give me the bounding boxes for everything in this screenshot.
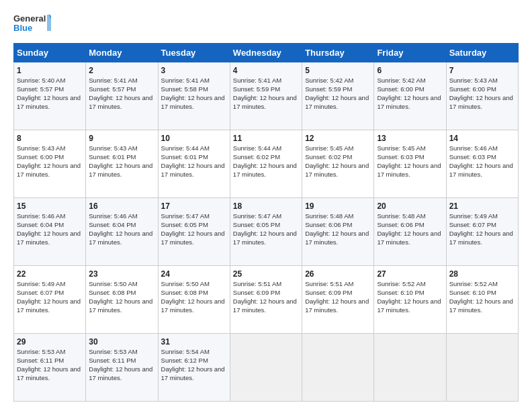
daylight: Daylight: 12 hours and 17 minutes. bbox=[161, 298, 225, 314]
sunrise: Sunrise: 5:48 AM bbox=[377, 212, 425, 220]
sunrise: Sunrise: 5:54 AM bbox=[161, 348, 210, 355]
day-number: 25 bbox=[233, 269, 299, 279]
calendar-cell: 3Sunrise: 5:41 AMSunset: 5:58 PMDaylight… bbox=[158, 62, 230, 130]
day-number: 10 bbox=[161, 133, 227, 144]
sunset: Sunset: 6:07 PM bbox=[449, 221, 496, 228]
sunrise: Sunrise: 5:41 AM bbox=[233, 77, 281, 84]
sunrise: Sunrise: 5:43 AM bbox=[449, 77, 498, 84]
day-number: 27 bbox=[377, 269, 443, 279]
sunset: Sunset: 5:59 PM bbox=[233, 85, 280, 93]
daylight: Daylight: 12 hours and 17 minutes. bbox=[161, 162, 225, 178]
calendar-cell: 30Sunrise: 5:53 AMSunset: 6:11 PMDayligh… bbox=[86, 334, 158, 402]
daylight: Daylight: 12 hours and 17 minutes. bbox=[233, 230, 297, 246]
calendar-cell: 7Sunrise: 5:43 AMSunset: 6:00 PMDaylight… bbox=[446, 62, 518, 130]
sunrise: Sunrise: 5:52 AM bbox=[377, 280, 425, 287]
day-header-monday: Monday bbox=[86, 44, 158, 62]
logo-icon: General Blue bbox=[13, 12, 51, 36]
daylight: Daylight: 12 hours and 17 minutes. bbox=[17, 162, 81, 178]
calendar-cell: 11Sunrise: 5:44 AMSunset: 6:02 PMDayligh… bbox=[230, 130, 302, 198]
sunrise: Sunrise: 5:42 AM bbox=[305, 77, 353, 84]
sunrise: Sunrise: 5:42 AM bbox=[377, 77, 425, 84]
sunset: Sunset: 6:11 PM bbox=[17, 357, 64, 364]
calendar-cell: 19Sunrise: 5:48 AMSunset: 6:06 PMDayligh… bbox=[302, 198, 374, 266]
week-row-4: 22Sunrise: 5:49 AMSunset: 6:07 PMDayligh… bbox=[14, 266, 519, 334]
sunset: Sunset: 6:02 PM bbox=[233, 153, 280, 161]
sunrise: Sunrise: 5:46 AM bbox=[17, 212, 65, 220]
calendar-cell: 26Sunrise: 5:51 AMSunset: 6:09 PMDayligh… bbox=[302, 266, 374, 334]
calendar-cell: 8Sunrise: 5:43 AMSunset: 6:00 PMDaylight… bbox=[14, 130, 86, 198]
week-row-2: 8Sunrise: 5:43 AMSunset: 6:00 PMDaylight… bbox=[14, 130, 519, 198]
calendar-cell: 6Sunrise: 5:42 AMSunset: 6:00 PMDaylight… bbox=[374, 62, 446, 130]
day-number: 31 bbox=[161, 336, 227, 347]
day-number: 4 bbox=[233, 65, 299, 76]
week-row-3: 15Sunrise: 5:46 AMSunset: 6:04 PMDayligh… bbox=[14, 198, 519, 266]
daylight: Daylight: 12 hours and 17 minutes. bbox=[89, 162, 152, 178]
daylight: Daylight: 12 hours and 17 minutes. bbox=[17, 94, 81, 110]
sunrise: Sunrise: 5:49 AM bbox=[17, 280, 65, 287]
day-header-sunday: Sunday bbox=[14, 44, 86, 62]
day-header-wednesday: Wednesday bbox=[230, 44, 302, 62]
day-number: 21 bbox=[449, 201, 515, 212]
sunrise: Sunrise: 5:49 AM bbox=[449, 212, 498, 220]
sunset: Sunset: 5:59 PM bbox=[305, 85, 352, 93]
day-number: 13 bbox=[377, 133, 443, 144]
day-number: 16 bbox=[89, 201, 154, 212]
day-number: 3 bbox=[161, 65, 227, 76]
sunrise: Sunrise: 5:45 AM bbox=[305, 144, 353, 152]
calendar-cell: 28Sunrise: 5:52 AMSunset: 6:10 PMDayligh… bbox=[446, 266, 518, 334]
calendar-cell: 2Sunrise: 5:41 AMSunset: 5:57 PMDaylight… bbox=[86, 62, 158, 130]
sunrise: Sunrise: 5:41 AM bbox=[89, 77, 137, 84]
sunrise: Sunrise: 5:48 AM bbox=[305, 212, 353, 220]
sunrise: Sunrise: 5:46 AM bbox=[449, 144, 498, 152]
day-header-tuesday: Tuesday bbox=[158, 44, 230, 62]
daylight: Daylight: 12 hours and 17 minutes. bbox=[305, 298, 369, 314]
calendar-cell: 27Sunrise: 5:52 AMSunset: 6:10 PMDayligh… bbox=[374, 266, 446, 334]
calendar-cell: 10Sunrise: 5:44 AMSunset: 6:01 PMDayligh… bbox=[158, 130, 230, 198]
calendar-cell: 16Sunrise: 5:46 AMSunset: 6:04 PMDayligh… bbox=[86, 198, 158, 266]
sunset: Sunset: 6:02 PM bbox=[305, 153, 352, 161]
sunset: Sunset: 6:03 PM bbox=[449, 153, 496, 161]
day-number: 5 bbox=[305, 65, 371, 76]
day-number: 11 bbox=[233, 133, 299, 144]
calendar-cell: 20Sunrise: 5:48 AMSunset: 6:06 PMDayligh… bbox=[374, 198, 446, 266]
day-number: 1 bbox=[17, 65, 83, 76]
sunset: Sunset: 6:05 PM bbox=[233, 221, 280, 228]
day-number: 18 bbox=[233, 201, 299, 212]
daylight: Daylight: 12 hours and 17 minutes. bbox=[377, 94, 441, 110]
sunset: Sunset: 6:09 PM bbox=[233, 289, 280, 296]
calendar-cell: 31Sunrise: 5:54 AMSunset: 6:12 PMDayligh… bbox=[158, 334, 230, 402]
day-number: 29 bbox=[17, 336, 83, 347]
day-header-thursday: Thursday bbox=[302, 44, 374, 62]
sunrise: Sunrise: 5:45 AM bbox=[377, 144, 425, 152]
sunrise: Sunrise: 5:47 AM bbox=[233, 212, 281, 220]
svg-text:Blue: Blue bbox=[13, 23, 32, 33]
sunset: Sunset: 6:04 PM bbox=[17, 221, 64, 228]
sunset: Sunset: 6:08 PM bbox=[89, 289, 136, 296]
calendar-cell: 14Sunrise: 5:46 AMSunset: 6:03 PMDayligh… bbox=[446, 130, 518, 198]
day-number: 15 bbox=[17, 201, 83, 212]
sunrise: Sunrise: 5:43 AM bbox=[89, 144, 137, 152]
calendar-cell bbox=[302, 334, 374, 402]
day-number: 12 bbox=[305, 133, 371, 144]
day-number: 14 bbox=[449, 133, 515, 144]
sunrise: Sunrise: 5:44 AM bbox=[233, 144, 281, 152]
daylight: Daylight: 12 hours and 17 minutes. bbox=[89, 94, 152, 110]
calendar-cell: 18Sunrise: 5:47 AMSunset: 6:05 PMDayligh… bbox=[230, 198, 302, 266]
daylight: Daylight: 12 hours and 17 minutes. bbox=[161, 365, 225, 381]
calendar-cell: 17Sunrise: 5:47 AMSunset: 6:05 PMDayligh… bbox=[158, 198, 230, 266]
day-number: 24 bbox=[161, 269, 227, 279]
sunrise: Sunrise: 5:40 AM bbox=[17, 77, 65, 84]
day-number: 9 bbox=[89, 133, 154, 144]
daylight: Daylight: 12 hours and 17 minutes. bbox=[377, 230, 441, 246]
header: General Blue bbox=[13, 12, 519, 36]
sunrise: Sunrise: 5:52 AM bbox=[449, 280, 498, 287]
calendar-cell: 1Sunrise: 5:40 AMSunset: 5:57 PMDaylight… bbox=[14, 62, 86, 130]
calendar-cell: 25Sunrise: 5:51 AMSunset: 6:09 PMDayligh… bbox=[230, 266, 302, 334]
sunset: Sunset: 6:10 PM bbox=[377, 289, 424, 296]
sunset: Sunset: 6:11 PM bbox=[89, 357, 136, 364]
daylight: Daylight: 12 hours and 17 minutes. bbox=[377, 162, 441, 178]
daylight: Daylight: 12 hours and 17 minutes. bbox=[89, 365, 152, 381]
sunrise: Sunrise: 5:46 AM bbox=[89, 212, 137, 220]
calendar-cell: 15Sunrise: 5:46 AMSunset: 6:04 PMDayligh… bbox=[14, 198, 86, 266]
daylight: Daylight: 12 hours and 17 minutes. bbox=[161, 94, 225, 110]
